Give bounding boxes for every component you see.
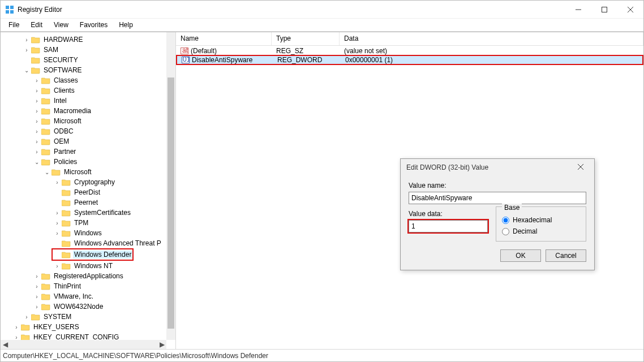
scrollbar-horizontal[interactable]: ◀▶ [1,340,166,349]
value-row[interactable]: 011DisableAntiSpywareREG_DWORD0x00000001… [176,55,643,65]
tree-node[interactable]: ›VMware, Inc. [1,291,166,301]
folder-icon [41,127,50,135]
expand-toggle-icon[interactable]: › [33,283,40,290]
value-data-input[interactable] [409,220,488,232]
menu-bar: FileEditViewFavoritesHelp [1,19,643,32]
expand-toggle-icon[interactable]: › [13,324,20,330]
folder-icon [21,323,30,331]
tree-node[interactable]: ›HKEY_USERS [1,322,166,332]
column-data[interactable]: Data [340,32,643,45]
string-value-icon: ab [181,47,188,55]
tree-node[interactable]: ›Classes [1,75,166,85]
menu-help[interactable]: Help [114,20,138,30]
expand-toggle-icon[interactable]: ⌄ [44,169,50,175]
svg-text:ab: ab [182,47,188,54]
folder-icon [62,188,71,196]
tree-node[interactable]: PeerDist [1,187,166,197]
tree-node[interactable]: Windows Advanced Threat P [1,238,166,248]
tree-node[interactable]: ›WOW6432Node [1,301,166,312]
expand-toggle-icon[interactable]: › [33,304,40,310]
tree-node-label: TPM [73,219,89,227]
expand-toggle-icon[interactable]: ⌄ [33,159,40,165]
expand-toggle-icon[interactable]: › [33,149,40,155]
value-row[interactable]: ab(Default)REG_SZ(value not set) [176,46,643,56]
tree-node[interactable]: ›Cryptography [1,177,166,187]
expand-toggle-icon[interactable]: › [54,179,61,186]
tree-node[interactable]: ›HKEY_CURRENT_CONFIG [1,332,166,340]
close-button[interactable] [617,1,643,18]
minimize-button[interactable] [565,1,591,18]
tree-node[interactable]: ›Windows [1,228,166,238]
menu-edit[interactable]: Edit [26,20,47,30]
value-name-input[interactable] [409,192,586,204]
tree-node[interactable]: ⌄Microsoft [1,167,166,177]
expand-toggle-icon[interactable]: › [23,37,30,43]
expand-toggle-icon[interactable]: › [33,294,40,300]
tree-node-label: HKEY_USERS [32,323,80,331]
menu-file[interactable]: File [4,20,24,30]
registry-tree[interactable]: ›HARDWARE›SAMSECURITY⌄SOFTWARE›Classes›C… [1,32,166,340]
column-name[interactable]: Name [176,32,272,45]
tree-node[interactable]: ⌄SOFTWARE [1,65,166,75]
tree-node[interactable]: ⌄Policies [1,157,166,167]
expand-toggle-icon[interactable]: › [33,98,40,104]
tree-node[interactable]: ›Windows NT [1,261,166,271]
hexadecimal-radio[interactable] [502,217,509,224]
value-data: 0x00000001 (1) [341,56,642,64]
tree-node[interactable]: ›OEM [1,136,166,146]
cancel-button[interactable]: Cancel [546,249,586,262]
expand-toggle-icon[interactable]: › [33,139,40,145]
tree-node[interactable]: ›Microsoft [1,116,166,126]
folder-icon [62,229,71,237]
expand-toggle-icon[interactable]: › [33,77,40,84]
expand-toggle-icon[interactable]: › [13,334,20,341]
expand-toggle-icon[interactable]: › [33,108,40,114]
expand-toggle-icon[interactable]: › [23,47,30,53]
tree-node[interactable]: Peernet [1,197,166,208]
column-type[interactable]: Type [272,32,340,45]
tree-node[interactable]: SECURITY [1,55,166,65]
maximize-button[interactable] [591,1,617,18]
folder-icon [31,66,40,74]
title-bar: Registry Editor [1,1,643,19]
expand-toggle-icon[interactable]: ⌄ [23,67,30,74]
expand-toggle-icon[interactable]: › [54,210,61,216]
svg-rect-2 [6,10,9,14]
expand-toggle-icon[interactable]: › [33,273,40,279]
tree-node[interactable]: ›ThinPrint [1,281,166,291]
tree-node[interactable]: ›Intel [1,96,166,106]
menu-view[interactable]: View [49,20,73,30]
tree-node[interactable]: ›ODBC [1,126,166,136]
expand-toggle-icon[interactable]: › [23,314,30,320]
expand-toggle-icon[interactable]: › [33,88,40,94]
expand-toggle-icon[interactable]: › [33,118,40,124]
expand-toggle-icon[interactable]: › [54,220,61,226]
tree-node[interactable]: Windows Defender [53,249,132,260]
tree-node-label: Peernet [73,199,99,206]
tree-node[interactable]: ›Macromedia [1,106,166,116]
window-title: Registry Editor [18,6,62,14]
tree-node[interactable]: ›SAM [1,45,166,55]
tree-node[interactable]: ›Partner [1,146,166,157]
list-header[interactable]: Name Type Data [176,32,643,46]
tree-node[interactable]: ›SYSTEM [1,312,166,322]
menu-favorites[interactable]: Favorites [75,20,112,30]
value-name: DisableAntiSpyware [192,56,252,64]
ok-button[interactable]: OK [500,249,541,262]
svg-text:011: 011 [183,56,190,63]
decimal-radio[interactable] [502,228,509,235]
tree-node[interactable]: ›RegisteredApplications [1,271,166,281]
tree-node[interactable]: ›Clients [1,85,166,96]
tree-node[interactable]: ›SystemCertificates [1,208,166,218]
tree-node[interactable]: ›HARDWARE [1,35,166,45]
expand-toggle-icon[interactable]: › [33,128,40,135]
tree-node[interactable]: ›TPM [1,218,166,228]
tree-node-label: Classes [53,76,79,84]
expand-toggle-icon[interactable]: › [54,263,61,269]
dialog-close-button[interactable] [573,163,589,171]
expand-toggle-icon[interactable]: › [54,230,61,236]
scrollbar-vertical[interactable] [166,32,175,340]
folder-icon [41,148,50,156]
svg-rect-0 [6,6,9,9]
tree-node-label: HKEY_CURRENT_CONFIG [32,333,120,340]
